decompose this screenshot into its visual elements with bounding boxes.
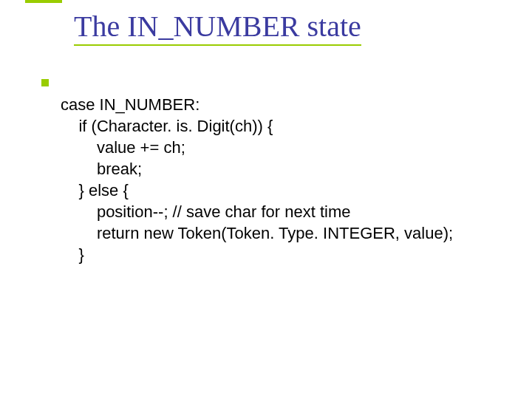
title-wrap: The IN_NUMBER state — [74, 9, 517, 44]
slide: The IN_NUMBER state case IN_NUMBER: if (… — [0, 0, 532, 399]
code-block: case IN_NUMBER: if (Character. is. Digit… — [61, 72, 453, 287]
code-line: position--; // save char for next time — [61, 202, 350, 221]
code-line: } — [61, 245, 84, 264]
code-line: break; — [61, 160, 142, 178]
code-line: if (Character. is. Digit(ch)) { — [61, 117, 273, 135]
square-bullet-icon — [41, 79, 49, 86]
code-line: } else { — [61, 181, 129, 200]
code-line: case IN_NUMBER: — [61, 95, 200, 114]
accent-line — [25, 0, 62, 3]
slide-title: The IN_NUMBER state — [74, 10, 361, 46]
bullet-item: case IN_NUMBER: if (Character. is. Digit… — [41, 72, 510, 287]
slide-body: case IN_NUMBER: if (Character. is. Digit… — [41, 72, 510, 287]
code-line: return new Token(Token. Type. INTEGER, v… — [61, 224, 453, 242]
code-line: value += ch; — [61, 138, 185, 157]
